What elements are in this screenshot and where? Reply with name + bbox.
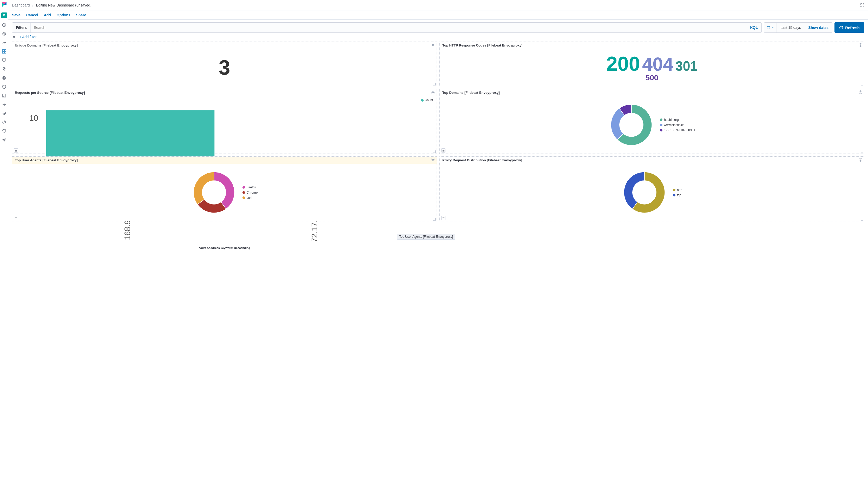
svg-text:10: 10 [29,113,38,123]
visualize-icon[interactable] [2,40,6,45]
legend-toggle-icon[interactable]: ☰ [14,216,18,220]
dev-tools-icon[interactable] [2,120,6,124]
panel-title: Unique Domains [Filebeat Envoyproxy] [15,43,78,47]
svg-point-7 [4,68,4,69]
canvas-icon[interactable] [2,58,6,62]
chevron-down-icon [771,26,774,29]
monitoring-icon[interactable] [2,129,6,133]
svg-point-9 [3,76,6,79]
resize-handle[interactable] [433,83,436,86]
svg-point-8 [3,77,5,79]
metric-value: 3 [219,56,230,79]
resize-handle[interactable] [433,218,436,221]
refresh-button[interactable]: Refresh [835,22,864,33]
infra-icon[interactable] [2,85,6,89]
logs-icon[interactable] [2,94,6,98]
refresh-icon [839,26,843,30]
svg-point-1 [3,32,6,35]
tag-cloud: 200404301500 [605,54,699,82]
app-badge-dashboard[interactable]: D [1,12,7,18]
fullscreen-icon[interactable] [860,3,864,7]
svg-point-16 [432,92,434,93]
refresh-label: Refresh [845,26,860,30]
query-bar: Filters KQL [12,22,762,33]
panel-title: Top Domains [Filebeat Envoyproxy] [442,91,500,95]
panel-gear-icon[interactable] [431,158,435,162]
save-link[interactable]: Save [12,13,21,17]
uptime-icon[interactable] [2,111,6,116]
bar-legend: Count [421,98,433,102]
panel-user-agents[interactable]: Top User Agents [Filebeat Envoyproxy] Fi… [12,156,437,221]
breadcrumb: Dashboard / Editing New Dashboard (unsav… [8,0,868,10]
kibana-logo[interactable] [1,2,7,8]
panel-title: Requests per Source [Filebeat Envoyproxy… [15,91,85,95]
panel-gear-icon[interactable] [858,158,863,162]
date-range[interactable]: Last 15 days [777,26,805,30]
svg-rect-12 [767,27,770,29]
svg-rect-6 [3,59,6,61]
legend-label: Count [425,98,433,102]
side-nav: D [0,0,8,489]
panel-title: Top HTTP Response Codes [Filebeat Envoyp… [442,43,523,47]
breadcrumb-sep: / [32,3,33,7]
edit-menu: Save Cancel Add Options Share [8,10,868,20]
maps-icon[interactable] [2,67,6,71]
add-filter-link[interactable]: + Add filter [19,35,37,39]
filter-settings-icon[interactable] [12,35,16,39]
apm-icon[interactable] [2,102,6,106]
panel-gear-icon[interactable] [431,43,435,47]
panel-gear-icon[interactable] [858,43,863,47]
panel-req-source[interactable]: Requests per Source [Filebeat Envoyproxy… [12,89,437,154]
ml-icon[interactable] [2,76,6,80]
donut-chart [609,102,654,148]
discover-icon[interactable] [2,32,6,36]
svg-point-13 [13,36,15,38]
panel-title: Proxy Request Distribution [Filebeat Env… [442,158,522,162]
svg-point-14 [432,44,434,46]
donut-legend: httptcp [673,188,682,197]
resize-handle[interactable] [861,218,863,221]
svg-rect-5 [4,52,6,53]
legend-toggle-icon[interactable]: ☰ [441,216,445,220]
svg-rect-2 [2,50,4,51]
filters-label[interactable]: Filters [12,23,31,32]
panel-unique-domains[interactable]: Unique Domains [Filebeat Envoyproxy] 3 [12,41,437,86]
panel-gear-icon[interactable] [431,90,435,94]
panel-gear-icon[interactable] [858,90,863,94]
breadcrumb-root[interactable]: Dashboard [12,3,30,7]
x-axis-label: source.address.keyword: Descending [12,246,437,250]
svg-point-11 [3,139,5,140]
panel-top-domains[interactable]: Top Domains [Filebeat Envoyproxy] httpbi… [439,89,864,154]
donut-legend: httpbin.orgwww.elastic.co192.168.99.107:… [660,118,695,132]
svg-point-23 [860,92,861,93]
panel-proxy-dist[interactable]: Proxy Request Distribution [Filebeat Env… [439,156,864,221]
search-input[interactable] [31,23,746,32]
donut-legend: FirefoxChromecurl [243,186,258,200]
legend-toggle-icon[interactable]: ☰ [441,149,445,153]
panel-resp-codes[interactable]: Top HTTP Response Codes [Filebeat Envoyp… [439,41,864,86]
management-icon[interactable] [2,138,6,142]
donut-chart [622,170,667,215]
svg-point-24 [432,159,434,161]
main-column: Dashboard / Editing New Dashboard (unsav… [8,0,868,489]
svg-point-25 [860,159,861,161]
dashboard-grid: Unique Domains [Filebeat Envoyproxy] 3 T… [8,41,868,489]
legend-toggle-icon[interactable]: ☰ [14,149,18,153]
breadcrumb-current: Editing New Dashboard (unsaved) [36,3,91,7]
add-link[interactable]: Add [44,13,51,17]
svg-rect-3 [4,50,6,51]
resize-handle[interactable] [861,83,863,86]
svg-point-15 [860,44,861,46]
recent-icon[interactable] [2,23,6,27]
show-dates[interactable]: Show dates [805,26,832,30]
share-link[interactable]: Share [76,13,86,17]
resize-handle[interactable] [861,151,863,153]
hover-tooltip: Top User Agents [Filebeat Envoyproxy] [397,234,455,239]
options-link[interactable]: Options [57,13,70,17]
cancel-link[interactable]: Cancel [26,13,38,17]
resize-handle[interactable] [433,151,436,153]
query-lang[interactable]: KQL [746,26,762,30]
date-picker: Last 15 days Show dates [764,22,832,33]
dashboard-icon[interactable] [2,50,6,54]
calendar-button[interactable] [764,23,777,32]
